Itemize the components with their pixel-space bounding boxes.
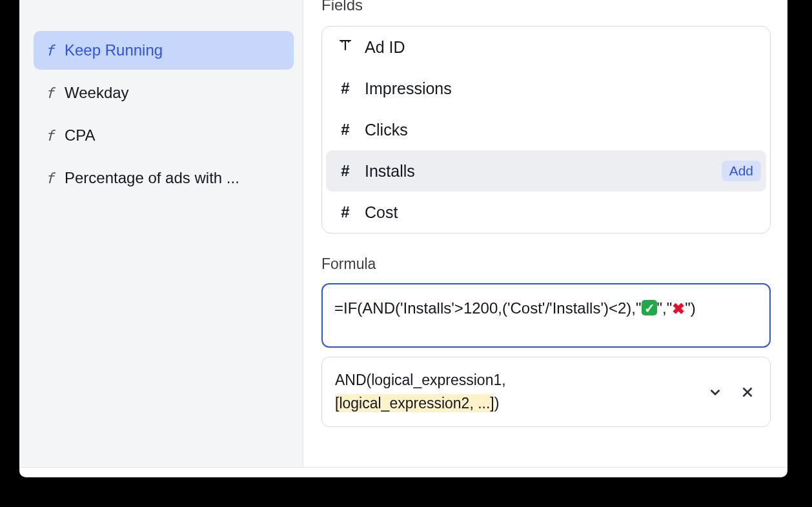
chevron-down-icon[interactable] (705, 383, 725, 402)
formula-icon: f (44, 170, 56, 186)
close-icon[interactable] (738, 383, 757, 402)
formula-text-mid: "," (657, 299, 673, 317)
checkmark-icon (642, 300, 657, 315)
field-row-clicks[interactable]: # Clicks (322, 109, 770, 150)
formula-section-label: Formula (321, 255, 771, 273)
field-label: Ad ID (365, 38, 405, 57)
hint-line1: AND(logical_expression1, (335, 372, 506, 388)
function-hint: AND(logical_expression1, [logical_expres… (321, 357, 771, 427)
field-row-impressions[interactable]: # Impressions (322, 68, 770, 109)
formula-icon: f (44, 85, 56, 101)
field-row-installs[interactable]: # Installs Add (326, 150, 766, 192)
number-type-icon: # (336, 121, 354, 139)
hint-tail: ) (494, 395, 500, 412)
field-row-cost[interactable]: # Cost (322, 192, 770, 233)
sidebar-item-label: Keep Running (65, 41, 163, 59)
formula-list-sidebar: f Keep Running f Weekday f CPA f Percent… (19, 0, 303, 468)
text-type-icon (336, 37, 354, 57)
fields-section-label: Fields (321, 0, 771, 14)
sidebar-item-label: CPA (65, 126, 96, 144)
fields-list: Ad ID # Impressions # Clicks (321, 26, 771, 234)
number-type-icon: # (336, 79, 354, 97)
field-label: Cost (365, 203, 398, 222)
field-label: Impressions (365, 79, 452, 98)
formula-text-prefix: =IF(AND('Installs'>1200,('Cost'/'Install… (334, 299, 642, 317)
hint-highlight: [logical_expression2, ...] (335, 394, 494, 412)
sidebar-item-cpa[interactable]: f CPA (34, 116, 294, 155)
field-row-ad-id[interactable]: Ad ID (322, 26, 770, 68)
formula-icon: f (44, 128, 56, 144)
field-label: Clicks (365, 121, 408, 139)
formula-editor-panel: Fields Ad ID # Impressions (303, 0, 787, 468)
number-type-icon: # (336, 162, 354, 180)
number-type-icon: # (336, 203, 354, 221)
formula-icon: f (44, 43, 56, 59)
formula-input[interactable]: =IF(AND('Installs'>1200,('Cost'/'Install… (321, 283, 771, 348)
sidebar-item-weekday[interactable]: f Weekday (34, 74, 294, 112)
sidebar-item-keep-running[interactable]: f Keep Running (34, 31, 294, 70)
sidebar-item-label: Percentage of ads with ... (65, 169, 239, 187)
field-label: Installs (365, 162, 415, 181)
cross-mark-icon: ✖ (672, 300, 685, 317)
add-field-button[interactable]: Add (722, 161, 761, 181)
sidebar-item-label: Weekday (65, 84, 129, 102)
function-hint-text: AND(logical_expression1, [logical_expres… (335, 369, 506, 415)
sidebar-item-percentage[interactable]: f Percentage of ads with ... (34, 159, 294, 197)
formula-text-suffix: ") (685, 299, 696, 317)
